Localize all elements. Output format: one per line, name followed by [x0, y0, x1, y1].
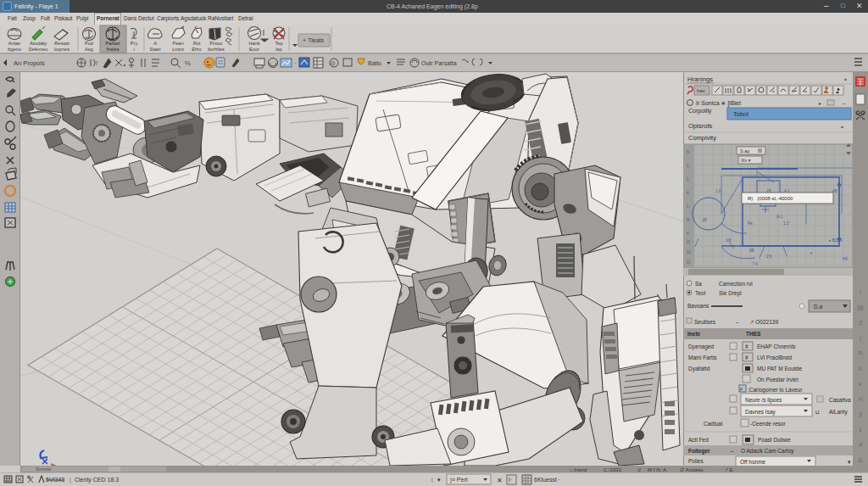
- svg-text:Actl Fed: Actl Fed: [688, 437, 709, 443]
- svg-text:1.0: 1.0: [715, 189, 721, 193]
- svg-text:Iheles: Iheles: [107, 47, 120, 52]
- svg-text:↕: ↕: [431, 477, 434, 483]
- svg-text:Optsrofs: Optsrofs: [688, 122, 713, 130]
- svg-text:THES: THES: [746, 331, 761, 337]
- svg-text:AiLanty: AiLanty: [829, 409, 848, 416]
- svg-text:▸: ▸: [819, 101, 821, 106]
- svg-text:1/8: 1/8: [726, 238, 732, 243]
- svg-text:lep: lep: [275, 47, 281, 52]
- svg-text:Polies: Polies: [688, 458, 704, 464]
- svg-text:9B: 9B: [749, 249, 754, 253]
- svg-text:[4.1: [4.1: [776, 215, 783, 219]
- svg-text:5VI343: 5VI343: [46, 477, 64, 483]
- svg-text:6Kluesst ·: 6Kluesst ·: [534, 477, 560, 483]
- svg-text:#: #: [745, 355, 748, 360]
- svg-text:⌂ Insnd: ⌂ Insnd: [570, 467, 587, 472]
- svg-text:3: 3: [859, 411, 863, 418]
- svg-text:Dyallattd: Dyallattd: [688, 366, 710, 372]
- svg-text:Lnsnt: Lnsnt: [172, 47, 184, 52]
- svg-text:–: –: [736, 319, 739, 325]
- svg-text:hac: hac: [697, 88, 705, 93]
- svg-text:▾: ▾: [848, 459, 851, 465]
- svg-text:Teot: Teot: [695, 290, 705, 296]
- svg-text:M f /h. A,: M f /h. A,: [648, 467, 668, 472]
- svg-text:Partart: Partart: [106, 41, 120, 46]
- svg-text:11: 11: [687, 250, 691, 254]
- svg-text:|≡ Pert: |≡ Pert: [450, 477, 468, 483]
- svg-text:▸ B(199: ▸ B(199: [829, 238, 843, 243]
- svg-text:к: к: [859, 380, 862, 388]
- svg-text:H9: H9: [843, 257, 848, 261]
- svg-text:EHAP Chnernls: EHAP Chnernls: [757, 344, 796, 349]
- svg-text:|: |: [860, 334, 861, 342]
- svg-text:▾: ▾: [437, 477, 441, 483]
- svg-text:–: –: [843, 100, 846, 106]
- svg-text:2.6: 2.6: [766, 254, 772, 259]
- svg-text:+ Tleats: + Tleats: [303, 37, 324, 43]
- svg-text:·: ·: [294, 60, 296, 66]
- svg-text:o: o: [859, 365, 863, 372]
- svg-text:Defemeo: Defemeo: [29, 47, 48, 52]
- svg-text:Casattva: Casattva: [829, 397, 851, 403]
- svg-text:LVI PraclBndd: LVI PraclBndd: [757, 355, 792, 360]
- svg-text:Outr Parsatta: Outr Parsatta: [421, 60, 457, 66]
- svg-text:Ir Sonica ∗ [lBiet: Ir Sonica ∗ [lBiet: [696, 100, 741, 107]
- svg-text:N: N: [687, 150, 689, 154]
- svg-text:Bavoans: Bavoans: [687, 303, 709, 309]
- svg-text:Camection rvl: Camection rvl: [719, 281, 753, 287]
- svg-text:Hranings: Hranings: [687, 75, 713, 83]
- svg-text:2): 2): [687, 240, 691, 244]
- svg-text:Ehrc: Ehrc: [192, 47, 202, 52]
- svg-text:Davnes Isay: Davnes Isay: [745, 409, 776, 416]
- svg-text:Antav: Antav: [8, 41, 21, 46]
- svg-text:Compivity: Compivity: [688, 134, 716, 142]
- svg-text:Pod: Pod: [85, 41, 93, 46]
- svg-text:Aeg: Aeg: [85, 47, 93, 52]
- svg-text:Batlo: Batlo: [368, 60, 381, 66]
- svg-text:2: 2: [859, 319, 863, 327]
- svg-text:✕: ✕: [497, 477, 503, 484]
- svg-text:|: |: [70, 477, 71, 483]
- svg-text:I·: I·: [509, 477, 512, 483]
- svg-text:A: A: [153, 41, 157, 46]
- svg-text:Rot: Rot: [193, 41, 201, 46]
- svg-text:Asodaty: Asodaty: [30, 41, 47, 46]
- svg-text:R) (0008-sl,-40000: R) (0008-sl,-40000: [748, 196, 793, 201]
- svg-text:-Ceende resor: -Ceende resor: [750, 421, 786, 427]
- svg-text:Pa: Pa: [748, 221, 753, 226]
- svg-text:loqmes: loqmes: [54, 47, 70, 52]
- svg-text::Cariogomer lo Laveur: :Cariogomer lo Laveur: [748, 387, 803, 394]
- svg-text:Inete: Inete: [687, 331, 701, 337]
- svg-text:▤: ▤: [857, 304, 864, 311]
- svg-text:Cadtual: Cadtual: [704, 421, 723, 427]
- svg-text:Prooo: Prooo: [210, 41, 223, 46]
- svg-text:Sie Drepl: Sie Drepl: [719, 290, 742, 297]
- svg-text:Maini Fartis: Maini Fartis: [688, 355, 717, 360]
- svg-text:I: I: [860, 288, 861, 296]
- svg-text:Clerity CED 18.3: Clerity CED 18.3: [75, 477, 119, 483]
- svg-text:i: i: [133, 47, 134, 52]
- svg-text:Tobol: Tobol: [733, 110, 748, 118]
- svg-text:1]: 1]: [687, 260, 690, 265]
- svg-text:IIIv ▾: IIIv ▾: [741, 158, 751, 163]
- svg-text:Corpoilly: Corpoilly: [688, 108, 712, 115]
- svg-text:Pry: Pry: [131, 41, 138, 46]
- svg-text:Poast Dubwe: Poast Dubwe: [758, 437, 791, 443]
- svg-text:Ressat: Ressat: [54, 41, 70, 46]
- svg-text:Snnvlsr: Snnvlsr: [36, 466, 52, 472]
- svg-text:4: 4: [859, 441, 863, 449]
- svg-text:Ч: Ч: [858, 395, 862, 403]
- svg-text:▴: ▴: [844, 76, 847, 81]
- svg-text:Tep: Tep: [275, 41, 282, 46]
- svg-text:Я: Я: [858, 349, 863, 357]
- svg-text:·: ·: [717, 467, 719, 472]
- svg-text:S.ap: S.ap: [740, 148, 749, 154]
- svg-text:F: F: [740, 387, 743, 392]
- svg-text:▴: ▴: [841, 124, 843, 129]
- svg-text:1B: 1B: [702, 218, 707, 222]
- svg-text:⊙: ⊙: [331, 60, 336, 66]
- svg-text:Staet: Staet: [149, 47, 161, 52]
- svg-text:⊔: ⊔: [815, 409, 820, 415]
- svg-text:Neure /s ilpoes: Neure /s ilpoes: [745, 397, 782, 404]
- svg-text:Eoor: Eoor: [249, 47, 259, 52]
